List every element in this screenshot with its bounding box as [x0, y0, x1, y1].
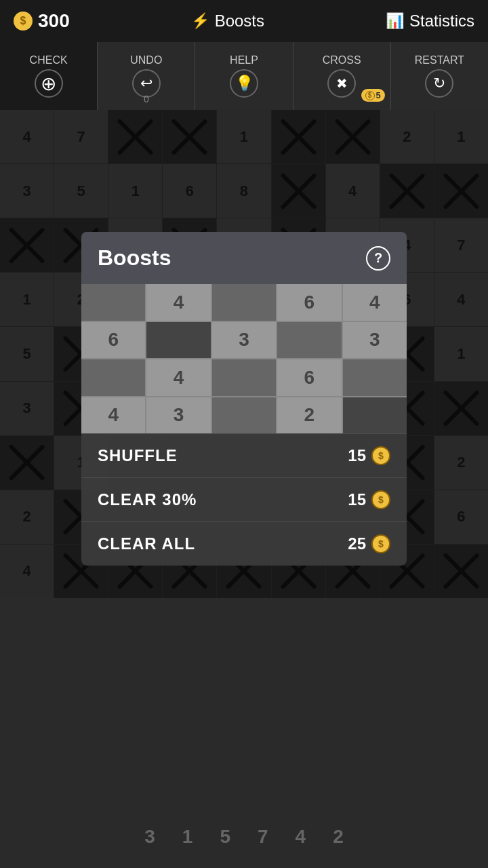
restart-label: Restart — [415, 54, 464, 66]
cross-cost-badge: $ 5 — [361, 89, 385, 102]
shuffle-cost-coin-icon: $ — [371, 446, 390, 465]
cross-label: Cross — [323, 54, 361, 66]
question-mark-icon: ? — [374, 250, 382, 266]
preview-cell-10: 3 — [343, 322, 407, 359]
undo-count: 0 — [144, 94, 149, 104]
preview-cell-18 — [212, 397, 276, 434]
preview-cell-7 — [146, 322, 210, 359]
preview-cell-17: 3 — [146, 397, 210, 434]
coin-balance: $ 300 — [14, 10, 70, 32]
clearall-cost-coin-icon: $ — [371, 534, 390, 553]
modal-overlay[interactable]: Boosts ? 4 6 4 6 3 3 4 6 — [0, 110, 488, 868]
preview-cell-16: 4 — [81, 397, 145, 434]
modal-title: Boosts — [98, 245, 171, 271]
preview-cell-14: 6 — [277, 359, 341, 396]
cross-icon: ✖ — [327, 69, 356, 98]
preview-cell-20 — [343, 397, 407, 434]
shuffle-boost-cost: 15 $ — [348, 446, 390, 465]
bar-chart-icon: 📊 — [386, 12, 404, 30]
clear30-cost-coin-icon: $ — [371, 490, 390, 509]
preview-cell-2: 4 — [146, 284, 210, 321]
shuffle-boost-label: SHUFFLE — [98, 446, 178, 465]
preview-cell-19: 2 — [277, 397, 341, 434]
coin-amount: 300 — [38, 10, 70, 32]
clear30-boost-cost: 15 $ — [348, 490, 390, 509]
preview-cell-15 — [343, 359, 407, 396]
clear30-cost-amount: 15 — [348, 490, 366, 509]
check-icon: ⊕ — [35, 69, 63, 98]
bolt-icon: ⚡ — [191, 12, 209, 30]
preview-cell-11 — [81, 359, 145, 396]
status-bar: $ 300 ⚡ Boosts 📊 Statistics — [0, 0, 488, 42]
preview-cell-3 — [212, 284, 276, 321]
preview-cell-6: 6 — [81, 322, 145, 359]
cross-cost-amount: 5 — [376, 90, 381, 100]
preview-cell-12: 4 — [146, 359, 210, 396]
dollar-icon: $ — [14, 12, 33, 31]
preview-cell-8: 3 — [212, 322, 276, 359]
toolbar: Check ⊕ Undo ↩ 0 Help 💡 Cross ✖ $ 5 Rest… — [0, 42, 488, 110]
preview-cell-9 — [277, 322, 341, 359]
cross-button[interactable]: Cross ✖ $ 5 — [293, 42, 391, 110]
restart-icon: ↻ — [425, 69, 453, 98]
lightbulb-icon: 💡 — [230, 69, 258, 98]
restart-button[interactable]: Restart ↻ — [391, 42, 488, 110]
preview-cell-13 — [212, 359, 276, 396]
check-button[interactable]: Check ⊕ — [0, 42, 98, 110]
undo-button[interactable]: Undo ↩ 0 — [98, 42, 195, 110]
boosts-modal: Boosts ? 4 6 4 6 3 3 4 6 — [81, 232, 407, 566]
shuffle-boost-button[interactable]: SHUFFLE 15 $ — [81, 433, 407, 477]
game-area: 4 7 1 2 1 3 5 1 6 8 4 5 4 2 4 7 1 2 1 5 … — [0, 110, 488, 868]
help-icon-button[interactable]: ? — [366, 246, 390, 271]
check-label: Check — [30, 54, 68, 66]
clearall-boost-label: CLEAR ALL — [98, 534, 195, 553]
boosts-label: Boosts — [215, 12, 264, 31]
preview-cell-1 — [81, 284, 145, 321]
clearall-boost-button[interactable]: CLEAR ALL 25 $ — [81, 521, 407, 566]
modal-header: Boosts ? — [81, 232, 407, 284]
clear30-boost-label: CLEAR 30% — [98, 490, 197, 509]
help-button[interactable]: Help 💡 — [195, 42, 293, 110]
preview-cell-5: 4 — [343, 284, 407, 321]
clearall-boost-cost: 25 $ — [348, 534, 390, 553]
shuffle-cost-amount: 15 — [348, 446, 366, 465]
help-label: Help — [230, 54, 258, 66]
statistics-nav[interactable]: 📊 Statistics — [386, 12, 474, 31]
statistics-label: Statistics — [409, 12, 474, 31]
undo-label: Undo — [130, 54, 162, 66]
cross-cost-coin-icon: $ — [365, 91, 375, 100]
boosts-nav[interactable]: ⚡ Boosts — [191, 12, 264, 31]
preview-cell-4: 6 — [277, 284, 341, 321]
clearall-cost-amount: 25 — [348, 534, 366, 553]
clear30-boost-button[interactable]: CLEAR 30% 15 $ — [81, 477, 407, 521]
modal-grid-preview: 4 6 4 6 3 3 4 6 4 3 2 — [81, 284, 407, 433]
